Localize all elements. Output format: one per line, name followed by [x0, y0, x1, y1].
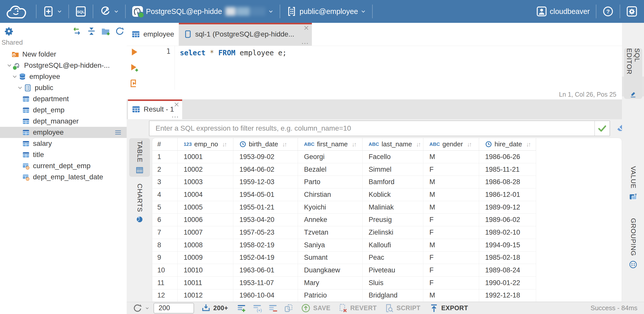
cell[interactable]: 1986-12-01 — [479, 188, 536, 201]
cell[interactable]: 10005 — [178, 201, 233, 214]
cell[interactable]: 1960-10-04 — [233, 289, 298, 302]
add-folder-icon[interactable] — [101, 26, 110, 36]
item-menu-icon[interactable] — [113, 129, 123, 136]
tree-item-dept-emp-latest-date[interactable]: dept_emp_latest_date — [0, 171, 127, 183]
column-header-birth_date[interactable]: birth_date↓↑ — [233, 138, 298, 151]
cell[interactable]: Bezalel — [298, 163, 363, 176]
duplicate-row-button[interactable] — [252, 303, 262, 313]
cell[interactable]: Facello — [363, 151, 423, 163]
cell[interactable]: 1989-08-24 — [479, 264, 536, 277]
tree-item-dept-emp[interactable]: dept_emp — [0, 104, 127, 116]
execute-script-icon[interactable] — [129, 79, 139, 88]
sql-statement[interactable]: select * FROM employee e; — [180, 48, 622, 58]
user-menu-button[interactable]: cloudbeaver — [532, 0, 594, 23]
tab-table-view[interactable]: TABLE — [129, 138, 150, 177]
row-number[interactable]: 5 — [152, 201, 178, 214]
execute-new-tab-icon[interactable] — [129, 63, 139, 73]
tab-sql-editor[interactable]: sql-1 (PostgreSQL@ep-hidde... … — [179, 23, 312, 46]
column-header-last_name[interactable]: ABClast_name↓↑ — [363, 138, 423, 151]
tab-sql-editor-panel[interactable]: SQL EDITOR — [624, 48, 642, 99]
cell[interactable]: 10002 — [178, 163, 233, 176]
chevron-down-icon[interactable] — [11, 73, 18, 80]
tree-item-employee[interactable]: employee — [0, 127, 127, 138]
schema-selector[interactable]: public@employee — [282, 0, 371, 23]
row-number[interactable]: 3 — [152, 176, 178, 188]
cloudbeaver-logo-icon[interactable] — [0, 3, 34, 20]
refresh-tree-icon[interactable] — [115, 26, 125, 36]
script-button[interactable]: SCRIPT — [384, 303, 421, 313]
sort-icon[interactable]: ↓↑ — [222, 141, 226, 148]
tree-item-postgresql-ep-hidden-[interactable]: PostgreSQL@ep-hidden-... — [0, 60, 127, 71]
link-editor-button[interactable] — [284, 303, 293, 313]
cell[interactable]: Patricio — [298, 289, 363, 302]
cell[interactable]: 1989-02-10 — [479, 226, 536, 239]
tab-employee[interactable]: employee — [127, 23, 179, 46]
cell[interactable]: Tzvetan — [298, 226, 363, 239]
tree-item-department[interactable]: department — [0, 93, 127, 104]
row-number[interactable]: 4 — [152, 188, 178, 201]
cell[interactable]: 1992-12-18 — [479, 289, 536, 302]
tree-item-new-folder[interactable]: New folder — [0, 49, 127, 60]
tree-item-public[interactable]: public — [0, 82, 127, 93]
tree-item-current-dept-emp[interactable]: current_dept_emp — [0, 160, 127, 171]
cell[interactable]: Georgi — [298, 151, 363, 163]
cell[interactable]: 1959-12-03 — [233, 176, 298, 188]
cell[interactable]: M — [423, 176, 479, 188]
delete-row-button[interactable] — [268, 303, 278, 313]
tree-item-dept-manager[interactable]: dept_manager — [0, 116, 127, 127]
filter-input[interactable] — [149, 120, 610, 136]
cell[interactable]: Anneke — [298, 214, 363, 226]
cell[interactable]: Bamford — [363, 176, 423, 188]
row-number[interactable]: 8 — [152, 239, 178, 252]
cell[interactable]: 1955-01-21 — [233, 201, 298, 214]
settings-button[interactable] — [622, 0, 644, 23]
cell[interactable]: 1989-09-12 — [479, 201, 536, 214]
sync-connection-icon[interactable] — [72, 26, 82, 36]
export-button[interactable]: EXPORT — [429, 303, 468, 313]
cell[interactable]: 1989-06-02 — [479, 214, 536, 226]
connection-selector[interactable]: PostgreSQL@ep-hidde — [127, 0, 278, 23]
column-header-emp_no[interactable]: 123emp_no↓↑ — [178, 138, 233, 151]
cell[interactable]: 1986-08-28 — [479, 176, 536, 188]
cell[interactable]: F — [423, 226, 479, 239]
row-number[interactable]: 12 — [152, 289, 178, 302]
cell[interactable]: 1953-04-20 — [233, 214, 298, 226]
cell[interactable]: Koblick — [363, 188, 423, 201]
save-button[interactable]: SAVE — [301, 303, 330, 313]
cell[interactable]: 1985-02-18 — [479, 252, 536, 264]
apply-filter-button[interactable] — [594, 121, 610, 136]
driver-tools-button[interactable] — [95, 0, 124, 23]
cell[interactable]: Duangkaew — [298, 264, 363, 277]
tab-value-panel[interactable]: VALUE — [624, 166, 642, 201]
sort-icon[interactable]: ↓↑ — [282, 141, 286, 148]
sort-icon[interactable]: ↓↑ — [467, 141, 471, 148]
new-connection-button[interactable] — [38, 0, 67, 23]
tab-grouping-panel[interactable]: GROUPING — [624, 218, 642, 269]
cell[interactable]: F — [423, 252, 479, 264]
cell[interactable]: 1957-05-23 — [233, 226, 298, 239]
column-header-first_name[interactable]: ABCfirst_name↓↑ — [298, 138, 363, 151]
sort-icon[interactable]: ↓↑ — [416, 141, 420, 148]
cell[interactable]: F — [423, 277, 479, 289]
cell[interactable]: 1964-06-02 — [233, 163, 298, 176]
cell[interactable]: M — [423, 201, 479, 214]
fetch-more-button[interactable]: 200+ — [201, 303, 228, 313]
cell[interactable]: M — [423, 239, 479, 252]
cell[interactable]: 1986-06-26 — [479, 151, 536, 163]
sort-icon[interactable]: ↓↑ — [352, 141, 356, 148]
column-header-gender[interactable]: ABCgender↓↑ — [423, 138, 479, 151]
tree-item-employee[interactable]: employee — [0, 71, 127, 82]
column-header-hire_date[interactable]: hire_date↓↑ — [479, 138, 536, 151]
row-number[interactable]: 6 — [152, 214, 178, 226]
cell[interactable]: 10006 — [178, 214, 233, 226]
cell[interactable]: 10009 — [178, 252, 233, 264]
cell[interactable]: Chirstian — [298, 188, 363, 201]
cell[interactable]: Preusig — [363, 214, 423, 226]
tree-item-salary[interactable]: salary — [0, 138, 127, 149]
close-icon[interactable] — [174, 101, 180, 108]
navigator-settings-gear-icon[interactable] — [4, 26, 14, 36]
cell[interactable]: Sumant — [298, 252, 363, 264]
cell[interactable]: 1985-11-21 — [479, 163, 536, 176]
tab-menu-dots[interactable]: … — [171, 111, 179, 119]
execute-query-icon[interactable] — [129, 47, 139, 57]
